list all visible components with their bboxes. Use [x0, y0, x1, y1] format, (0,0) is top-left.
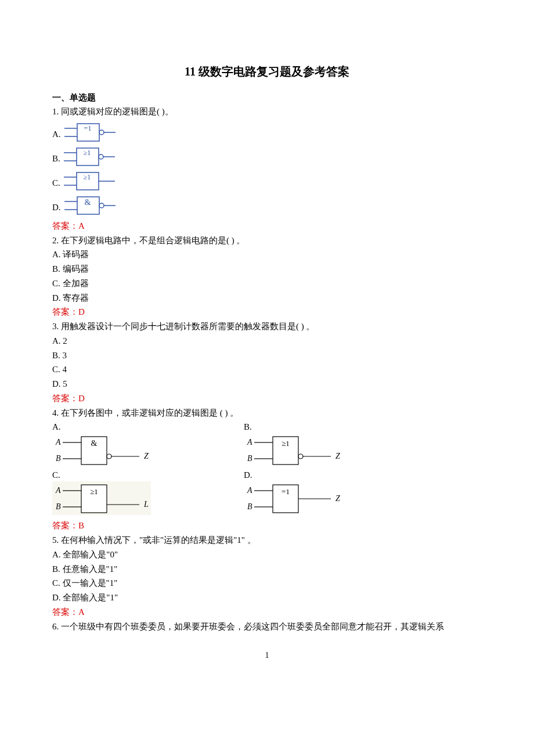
- svg-text:Z: Z: [335, 452, 340, 460]
- q2-opt-c: C. 全加器: [52, 276, 482, 291]
- q4-opt-b-label: B.: [244, 422, 348, 432]
- q1-opt-a: A. =1: [52, 121, 482, 143]
- svg-text:≥1: ≥1: [90, 487, 98, 496]
- xor-gate-ab-icon: A B =1 Z: [244, 481, 348, 516]
- q5-text: 5. 在何种输入情况下，"或非"运算的结果是逻辑"1" 。: [52, 533, 482, 548]
- page-title: 11 级数字电路复习题及参考答案: [52, 64, 482, 80]
- q3-opt-d: D. 5: [52, 377, 482, 391]
- q2-opt-b: B. 编码器: [52, 262, 482, 276]
- q4-opt-a: A. A B & Z: [52, 422, 157, 468]
- svg-text:B: B: [247, 454, 252, 463]
- q4-opt-d-label: D.: [244, 470, 348, 480]
- q5-opt-b: B. 任意输入是"1": [52, 562, 482, 577]
- svg-text:L: L: [143, 500, 149, 509]
- q2-opt-d: D. 寄存器: [52, 291, 482, 305]
- q4-opt-b: B. A B ≥1 Z: [244, 422, 348, 468]
- q3-opt-a: A. 2: [52, 334, 482, 348]
- q5-opt-a: A. 全部输入是"0": [52, 548, 482, 562]
- q1-opt-a-label: A.: [52, 130, 61, 143]
- svg-text:&: &: [91, 439, 98, 448]
- svg-text:B: B: [56, 454, 61, 463]
- q3-answer: 答案：D: [52, 391, 482, 406]
- page-number: 1: [52, 651, 482, 660]
- nand-gate-icon: &: [64, 195, 117, 217]
- svg-text:Z: Z: [144, 452, 149, 460]
- q1-opt-b: B. ≥1: [52, 146, 482, 168]
- svg-text:=1: =1: [282, 487, 290, 496]
- q1-answer: 答案：A: [52, 219, 482, 233]
- q4-opt-c: C. A B ≥1 L: [52, 470, 157, 516]
- q4-opt-a-label: A.: [52, 422, 157, 432]
- svg-point-29: [107, 454, 111, 459]
- or-gate-ab-icon: A B ≥1 L: [52, 481, 157, 516]
- q4-opt-c-label: C.: [52, 470, 157, 480]
- q4-text: 4. 在下列各图中，或非逻辑对应的逻辑图是 ( ) 。: [52, 406, 482, 420]
- q3-text: 3. 用触发器设计一个同步十七进制计数器所需要的触发器数目是( ) 。: [52, 319, 482, 334]
- q5-opt-d: D. 全部输入是"1": [52, 591, 482, 605]
- svg-text:≥1: ≥1: [282, 439, 290, 448]
- q1-opt-d-label: D.: [52, 203, 61, 217]
- nor-gate-icon: ≥1: [64, 146, 116, 168]
- svg-text:≥1: ≥1: [83, 173, 91, 181]
- q2-opt-a: A. 译码器: [52, 247, 482, 262]
- svg-text:B: B: [247, 502, 252, 511]
- svg-text:A: A: [55, 438, 61, 447]
- svg-text:Z: Z: [335, 494, 340, 503]
- svg-point-38: [298, 454, 303, 459]
- q1-opt-b-label: B.: [52, 154, 60, 168]
- svg-point-10: [99, 154, 103, 159]
- q5-opt-c: C. 仅一输入是"1": [52, 576, 482, 591]
- svg-text:=1: =1: [84, 124, 91, 132]
- svg-text:A: A: [247, 438, 252, 447]
- q3-opt-c: C. 4: [52, 362, 482, 377]
- svg-text:≥1: ≥1: [83, 149, 91, 157]
- q1-opt-d: D. &: [52, 195, 482, 217]
- svg-point-4: [99, 130, 104, 135]
- q5-answer: 答案：A: [52, 605, 482, 620]
- nand-gate-ab-icon: A B & Z: [52, 433, 157, 468]
- q6-text: 6. 一个班级中有四个班委委员，如果要开班委会，必须这四个班委委员全部同意才能召…: [52, 620, 482, 634]
- svg-point-21: [99, 203, 104, 208]
- q4-answer: 答案：B: [52, 519, 482, 533]
- or-gate-icon: ≥1: [64, 170, 116, 192]
- q1-opt-c-label: C.: [52, 179, 60, 192]
- q1-text: 1. 同或逻辑对应的逻辑图是( )。: [52, 105, 482, 119]
- section-heading: 一、单选题: [52, 92, 482, 103]
- q2-text: 2. 在下列逻辑电路中，不是组合逻辑电路的是( ) 。: [52, 233, 482, 248]
- q2-answer: 答案：D: [52, 305, 482, 319]
- nor-gate-ab-icon: A B ≥1 Z: [244, 433, 348, 468]
- q4-opt-d: D. A B =1 Z: [244, 470, 348, 516]
- xnor-gate-icon: =1: [64, 121, 117, 143]
- svg-text:A: A: [247, 486, 252, 495]
- q3-opt-b: B. 3: [52, 348, 482, 363]
- q1-opt-c: C. ≥1: [52, 170, 482, 192]
- svg-text:&: &: [84, 198, 91, 207]
- svg-text:B: B: [56, 502, 61, 511]
- svg-text:A: A: [55, 486, 61, 495]
